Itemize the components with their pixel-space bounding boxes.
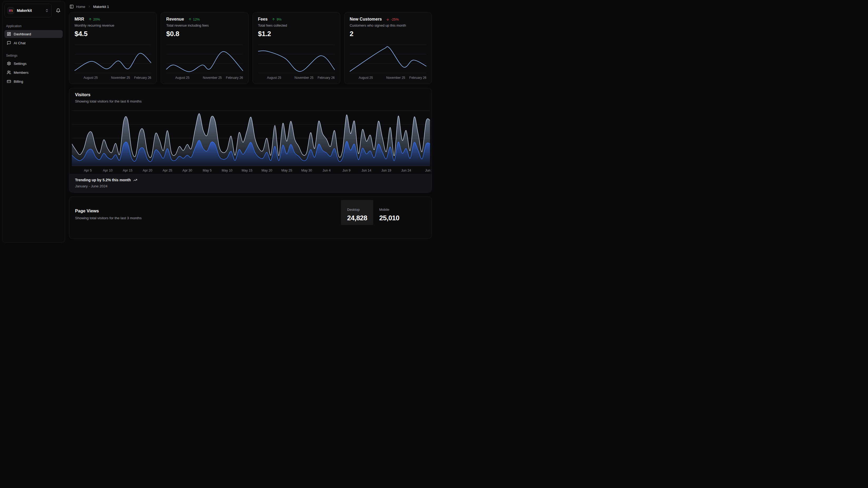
- main-content: Home Makerkit 1 MRR 20% Monthly recurrin…: [69, 0, 432, 244]
- logo-letter: m: [9, 8, 13, 13]
- fees-sparkline-chart: [258, 45, 335, 74]
- stat-subtitle: Customers who signed up this month: [350, 24, 426, 27]
- visitors-x-axis: Apr 5Apr 10Apr 15Apr 20Apr 25Apr 30May 5…: [72, 168, 430, 174]
- x-tick-label: Jun 9: [342, 169, 350, 172]
- stat-card-revenue: Revenue 12% Total revenue including fees…: [161, 12, 248, 84]
- desktop-stat-button[interactable]: Desktop 24,828: [341, 200, 373, 225]
- mobile-stat-button[interactable]: Mobile 25,010: [373, 200, 405, 225]
- x-tick-label: November 25: [294, 76, 313, 80]
- sidebar-item-billing[interactable]: Billing: [4, 78, 63, 85]
- visitors-footer: Trending up by 5.2% this month January -…: [69, 174, 432, 192]
- stat-subtitle: Total fees collected: [258, 24, 335, 27]
- new-customers-sparkline-chart: [350, 45, 426, 74]
- stat-value: $0.8: [166, 30, 243, 38]
- stat-value: $4.5: [74, 30, 151, 38]
- sidebar-item-label: Billing: [14, 80, 23, 84]
- sidebar-item-dashboard[interactable]: Dashboard: [4, 30, 63, 38]
- sidebar-item-label: Settings: [14, 62, 27, 66]
- x-tick-label: February 26: [226, 76, 243, 80]
- revenue-sparkline-chart: [166, 45, 243, 74]
- workspace-name: Makerkit: [17, 8, 42, 13]
- sidebar-item-settings[interactable]: Settings: [4, 60, 63, 67]
- x-tick-label: August 25: [267, 76, 281, 80]
- breadcrumb: Home Makerkit 1: [69, 0, 432, 12]
- page-views-title: Page Views: [75, 208, 142, 213]
- workspace-selector[interactable]: m Makerkit: [4, 4, 52, 18]
- visitors-card: Visitors Showing total visitors for the …: [69, 88, 432, 193]
- x-tick-label: November 25: [203, 76, 222, 80]
- chevron-right-icon: [88, 5, 91, 8]
- trend-badge: 9%: [272, 18, 281, 21]
- x-tick-label: May 30: [301, 169, 312, 172]
- sidebar-section-settings: Settings: [6, 54, 61, 57]
- sparkline-x-labels: August 25 November 25 February 26: [350, 76, 426, 81]
- x-tick-label: Jun 14: [361, 169, 371, 172]
- bell-icon: [56, 8, 61, 13]
- x-tick-label: May 25: [281, 169, 292, 172]
- application-nav: Dashboard AI Chat: [4, 30, 63, 47]
- sparkline-x-labels: August 25 November 25 February 26: [258, 76, 335, 81]
- breadcrumb-current-page: Makerkit 1: [93, 5, 109, 9]
- x-tick-label: August 25: [84, 76, 98, 80]
- visitors-date-range: January - June 2024: [75, 184, 426, 188]
- visitors-trend-text: Trending up by 5.2% this month: [75, 178, 131, 182]
- notifications-button[interactable]: [54, 6, 63, 15]
- chat-icon: [7, 41, 11, 45]
- x-tick-label: February 26: [409, 76, 426, 80]
- page-views-card: Page Views Showing total visitors for th…: [69, 197, 432, 239]
- sidebar: m Makerkit Application Dashboard AI Chat: [2, 1, 65, 243]
- trending-up-icon: [133, 178, 137, 182]
- arrow-up-icon: [89, 18, 92, 21]
- x-tick-label: Apr 15: [123, 169, 132, 172]
- trend-badge: 20%: [89, 18, 100, 21]
- breadcrumb-home-link[interactable]: Home: [76, 5, 85, 9]
- stat-value: $1.2: [258, 30, 335, 38]
- arrow-up-icon: [272, 18, 275, 21]
- sidebar-item-label: Members: [14, 70, 28, 75]
- trend-value: 12%: [193, 18, 200, 21]
- x-tick-label: Jun 4: [322, 169, 331, 172]
- makerkit-logo: m: [7, 7, 14, 14]
- sidebar-item-label: AI Chat: [14, 41, 26, 45]
- sidebar-section-application: Application: [6, 24, 61, 28]
- sidebar-item-ai-chat[interactable]: AI Chat: [4, 39, 63, 47]
- settings-nav: Settings Members Billing: [4, 60, 63, 85]
- trend-value: -25%: [391, 18, 399, 21]
- stat-label: Mobile: [379, 208, 405, 211]
- sparkline-x-labels: August 25 November 25 February 26: [74, 76, 151, 81]
- users-icon: [7, 70, 11, 75]
- stat-card-mrr: MRR 20% Monthly recurring revenue $4.5 A…: [69, 12, 157, 84]
- x-tick-label: Apr 30: [183, 169, 192, 172]
- x-tick-label: Jun 30: [425, 169, 432, 172]
- x-tick-label: Jun 24: [401, 169, 411, 172]
- arrow-down-icon: [386, 18, 390, 21]
- stats-grid: MRR 20% Monthly recurring revenue $4.5 A…: [69, 12, 432, 84]
- x-tick-label: November 25: [386, 76, 405, 80]
- credit-card-icon: [7, 79, 11, 84]
- mrr-sparkline-chart: [74, 45, 151, 74]
- page-views-subtitle: Showing total visitors for the last 3 mo…: [75, 216, 142, 220]
- stat-subtitle: Total revenue including fees: [166, 24, 243, 27]
- visitors-chart: Apr 5Apr 10Apr 15Apr 20Apr 25Apr 30May 5…: [69, 103, 432, 174]
- x-tick-label: May 5: [203, 169, 212, 172]
- trend-badge: -25%: [386, 18, 399, 21]
- workspace-row: m Makerkit: [4, 4, 63, 18]
- x-tick-label: Apr 20: [143, 169, 153, 172]
- stat-title: New Customers: [350, 17, 382, 22]
- dashboard-icon: [7, 32, 11, 36]
- stat-title: Fees: [258, 17, 268, 22]
- x-tick-label: Apr 10: [103, 169, 113, 172]
- sparkline-x-labels: August 25 November 25 February 26: [166, 76, 243, 81]
- visitors-area-chart: [72, 110, 430, 166]
- gear-icon: [7, 61, 11, 66]
- trend-value: 20%: [93, 18, 100, 21]
- stat-subtitle: Monthly recurring revenue: [74, 24, 151, 27]
- stat-card-new-customers: New Customers -25% Customers who signed …: [344, 12, 432, 84]
- x-tick-label: August 25: [359, 76, 373, 80]
- sidebar-item-members[interactable]: Members: [4, 68, 63, 77]
- arrow-up-icon: [188, 18, 192, 21]
- page-views-stats: Desktop 24,828 Mobile 25,010: [341, 200, 405, 238]
- stat-title: Revenue: [166, 17, 184, 22]
- stat-value: 2: [350, 30, 426, 38]
- sidebar-toggle-button[interactable]: [69, 4, 74, 9]
